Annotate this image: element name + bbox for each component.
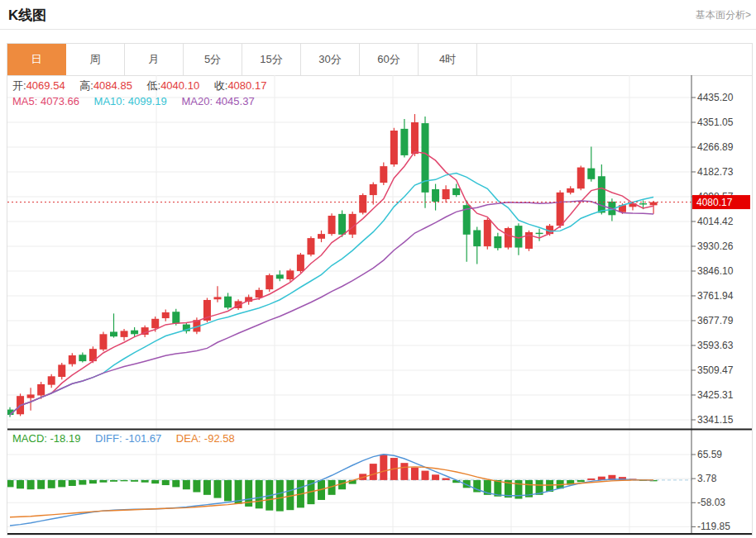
- ma20-label: MA20:: [181, 95, 213, 107]
- tab-15min[interactable]: 15分: [242, 44, 301, 75]
- kline-page: { "header": { "title": "K线图", "link": "基…: [0, 0, 756, 538]
- tab-30min[interactable]: 30分: [301, 44, 360, 75]
- tab-month[interactable]: 月: [125, 44, 184, 75]
- close-value: 4080.17: [227, 79, 266, 92]
- tab-day[interactable]: 日: [7, 44, 66, 75]
- axis-tick-label: 3.78: [697, 473, 717, 484]
- axis-tick-label: 3341.15: [697, 414, 734, 426]
- period-tab-bar: 日 周 月 5分 15分 30分 60分 4时: [7, 44, 752, 76]
- axis-tick-label: 3509.47: [697, 364, 734, 376]
- axis-tick-label: -119.85: [697, 521, 730, 532]
- axis-tick-label: 4014.42: [697, 216, 734, 227]
- axis-tick-label: -58.03: [697, 497, 725, 508]
- tab-bar-filler: [477, 44, 752, 75]
- chart-area: 4435.204351.054266.894182.734098.574014.…: [7, 75, 752, 536]
- page-title: K线图: [8, 6, 46, 25]
- kline-chart-canvas[interactable]: 4435.204351.054266.894182.734098.574014.…: [7, 75, 752, 536]
- last-price-tag-text: 4080.17: [696, 197, 733, 208]
- kline-chart-panel: 日 周 月 5分 15分 30分 60分 4时 4435.204351.0542…: [7, 43, 753, 536]
- high-value: 4084.85: [93, 79, 132, 92]
- ma-legend: MA5: 4073.66 MA10: 4099.19 MA20: 4045.37: [12, 95, 266, 107]
- high-label: 高:: [79, 79, 93, 92]
- open-label: 开:: [12, 79, 26, 92]
- diff-value: -101.67: [125, 432, 161, 445]
- page-header: K线图 基本面分析>: [0, 0, 756, 30]
- ma20-value: 4045.37: [216, 95, 255, 107]
- ma5-value: 4073.66: [41, 95, 79, 107]
- axis-tick-label: 4435.20: [697, 92, 734, 103]
- dea-value: -92.58: [204, 432, 235, 445]
- axis-tick-label: 4266.89: [697, 141, 734, 153]
- axis-tick-label: 3761.94: [697, 290, 734, 302]
- low-value: 4040.10: [160, 79, 199, 92]
- tab-5min[interactable]: 5分: [184, 44, 242, 75]
- open-value: 4069.54: [26, 79, 65, 92]
- axis-tick-label: 3593.63: [697, 340, 734, 351]
- macd-label: MACD:: [12, 432, 47, 445]
- low-label: 低:: [147, 79, 161, 92]
- tab-60min[interactable]: 60分: [360, 44, 419, 75]
- axis-tick-label: 3677.79: [697, 315, 734, 326]
- ma10-label: MA10:: [94, 95, 126, 107]
- macd-legend: MACD: -18.19 DIFF: -101.67 DEA: -92.58: [12, 432, 246, 445]
- fundamental-analysis-link[interactable]: 基本面分析>: [696, 8, 751, 22]
- close-label: 收:: [214, 79, 228, 92]
- axis-tick-label: 3930.26: [697, 240, 734, 252]
- ma10-value: 4099.19: [128, 95, 167, 107]
- axis-tick-label: 3846.10: [697, 265, 734, 277]
- axis-tick-label: 3425.31: [697, 389, 734, 401]
- ma5-line: [10, 152, 653, 415]
- axis-tick-label: 4182.73: [697, 166, 734, 178]
- macd-value: -18.19: [50, 432, 81, 445]
- diff-label: DIFF:: [95, 432, 122, 445]
- tab-4hour[interactable]: 4时: [419, 44, 477, 75]
- ohlc-legend: 开:4069.54 高:4084.85 低:4040.10 收:4080.17: [12, 79, 278, 93]
- ma5-label: MA5:: [12, 95, 37, 107]
- axis-tick-label: 65.59: [697, 449, 722, 460]
- dea-label: DEA:: [176, 432, 201, 445]
- tab-week[interactable]: 周: [66, 44, 125, 75]
- axis-tick-label: 4351.05: [697, 117, 734, 128]
